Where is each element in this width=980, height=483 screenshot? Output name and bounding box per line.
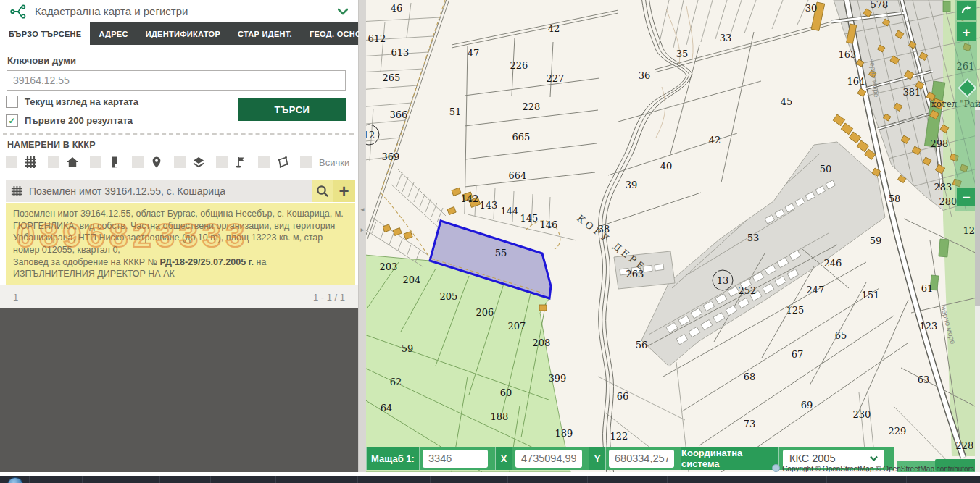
filter-checkbox-building[interactable] — [48, 156, 59, 168]
page-number[interactable]: 1 — [13, 292, 18, 303]
parcel-number-label: 208 — [533, 337, 551, 348]
current-view-label: Текущ изглед на картата — [25, 96, 138, 107]
parcel-number-label: 59 — [870, 235, 882, 246]
filter-checkbox-unit[interactable] — [90, 156, 101, 168]
current-view-option: Текущ изглед на картата — [6, 96, 138, 108]
parcel-number-label: 58 — [889, 193, 901, 204]
osm-logo-icon — [772, 464, 780, 472]
results-section-title: НАМЕРЕНИ В КККР — [7, 140, 96, 150]
taskbar-separator — [82, 476, 83, 483]
taskbar-separator — [210, 476, 211, 483]
parcel-number-label: 247 — [807, 285, 825, 295]
search-sidebar: Кадастрална карта и регистри БЪРЗО ТЪРСЕ… — [0, 0, 359, 472]
filter-checkbox-layers[interactable] — [174, 156, 186, 168]
filter-checkbox-all[interactable] — [300, 156, 312, 168]
parcel-number-label: 125 — [786, 305, 805, 316]
parcel-number-label: 204 — [403, 274, 421, 285]
parcel-number-label: 230 — [853, 409, 871, 420]
tab-identifier[interactable]: ИДЕНТИФИКАТОР — [137, 22, 229, 45]
parcel-number-label: 59 — [402, 343, 414, 354]
parcel-number-label: 66 — [617, 391, 629, 402]
expand-right-icon[interactable]: ► — [360, 227, 365, 233]
search-button[interactable]: ТЪРСИ — [238, 98, 346, 121]
parcel-number-label: 60 — [500, 387, 512, 398]
parcel-number-label: 664 — [509, 170, 527, 181]
parcel-number-label: 206 — [476, 307, 494, 318]
map-scrollbar[interactable] — [975, 107, 980, 472]
flag-icon — [234, 156, 247, 169]
service-branch-icon — [10, 4, 26, 19]
parcel-number-label: 69 — [801, 400, 813, 411]
selected-parcel-label: 55 — [495, 248, 507, 259]
parcel-number-label: 62 — [390, 377, 402, 387]
parcel-number-label: 47 — [468, 48, 480, 59]
keywords-input[interactable] — [7, 70, 346, 91]
building — [539, 305, 547, 311]
current-view-checkbox[interactable] — [6, 96, 18, 108]
collapse-left-icon[interactable]: ◄ — [360, 207, 365, 213]
result-item-main[interactable]: Поземлен имот 39164.12.55, с. Кошарица — [6, 180, 312, 202]
results-pagination: 1 1 - 1 / 1 — [0, 285, 358, 308]
parcel-number-label: 56 — [636, 340, 648, 350]
parcel-number-label: 33 — [720, 33, 732, 43]
attribution-text: Copyright © OpenStreetMap © OpenStreetMa… — [782, 465, 974, 472]
taskbar-separator — [667, 476, 668, 483]
parcel-number-label: 164 — [847, 76, 865, 87]
layers-icon — [192, 156, 205, 169]
chevron-down-icon[interactable] — [338, 8, 348, 15]
parcel-number-label: 280 — [939, 196, 958, 207]
parcel-number-label: 578 — [871, 0, 889, 10]
result-item[interactable]: Поземлен имот 39164.12.55, с. Кошарица + — [6, 180, 355, 202]
sidebar-collapse-strip[interactable]: ◄ ► — [359, 0, 366, 472]
taskbar-separator — [747, 476, 747, 483]
taskbar — [0, 476, 980, 483]
page-range: 1 - 1 / 1 — [313, 292, 345, 303]
start-button-orb[interactable] — [7, 477, 23, 483]
parcel-number-label: 229 — [889, 426, 907, 437]
taskbar-separator — [430, 476, 431, 483]
map-area[interactable]: 4661261326536636951472262272286656644214… — [359, 0, 980, 472]
parcel-number-label: 207 — [508, 321, 526, 332]
taskbar-separator — [159, 476, 160, 483]
parcel-number-label: 665 — [512, 132, 531, 143]
filter-checkbox-parcel[interactable] — [6, 156, 17, 168]
parcel-info-box: Поземлен имот 39164.12.55, област Бургас… — [6, 203, 355, 287]
parcel-number-label: 65 — [835, 330, 847, 341]
parcel-number-label: 45 — [781, 96, 793, 107]
cadastral-map[interactable]: 4661261326536636951472262272286656644214… — [359, 0, 980, 472]
check-icon: ✓ — [8, 117, 15, 125]
parcel-number-label: 612 — [368, 33, 386, 44]
tab-address[interactable]: АДРЕС — [90, 22, 136, 45]
zoom-slider-handle[interactable] — [958, 78, 977, 98]
parcel-number-label: 369 — [382, 151, 400, 162]
parcel-number-label: 227 — [547, 73, 565, 84]
parcel-number-label: 283 — [934, 182, 952, 193]
filter-checkbox-zone[interactable] — [258, 156, 270, 168]
zoom-out-button[interactable]: − — [957, 188, 976, 206]
order-text-prefix: Заповед за одобрение на КККР № — [13, 257, 159, 267]
tab-old-identifier[interactable]: СТАР ИДЕНТ. — [229, 22, 301, 45]
tab-quick-search[interactable]: БЪРЗО ТЪРСЕНЕ — [0, 22, 90, 45]
filter-checkbox-point[interactable] — [132, 156, 144, 168]
reset-rotation-button[interactable] — [957, 1, 976, 20]
taskbar-separator — [507, 476, 508, 483]
parcel-number-label: 144 — [501, 206, 519, 217]
polygon-icon — [276, 156, 289, 169]
zoom-in-button[interactable]: + — [957, 22, 976, 41]
add-result-button[interactable]: + — [333, 180, 355, 202]
parcel-number-label: 63 — [918, 374, 930, 385]
result-type-filters: Всички — [6, 154, 349, 170]
parcel-number-label: 53 — [747, 232, 760, 243]
parcel-number-label: 39 — [626, 180, 638, 190]
parcel-number-label: 46 — [391, 3, 403, 14]
parcel-number-label: 61 — [921, 283, 934, 294]
sidebar-header: Кадастрална карта и регистри — [0, 0, 358, 22]
scrollbar-thumb[interactable] — [975, 110, 980, 306]
rowhouse — [655, 264, 664, 271]
building-icon — [108, 156, 121, 169]
filter-checkbox-geodetic[interactable] — [216, 156, 228, 168]
zoom-to-result-button[interactable] — [312, 180, 333, 202]
first-200-checkbox[interactable]: ✓ — [6, 114, 18, 127]
parcel-number-label: 252 — [739, 285, 757, 296]
green-structure — [939, 239, 949, 257]
